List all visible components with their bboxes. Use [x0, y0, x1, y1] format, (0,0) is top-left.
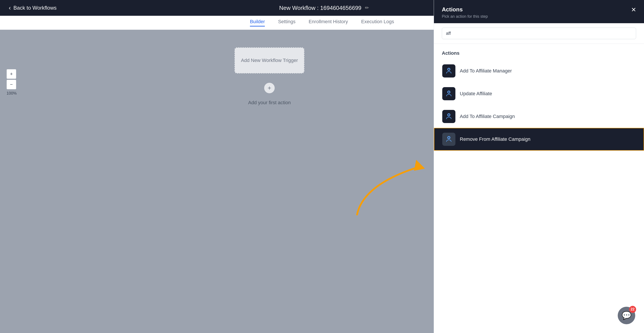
tab-builder[interactable]: Builder: [250, 19, 265, 26]
tab-enrollment-history[interactable]: Enrollment History: [309, 19, 348, 26]
chat-icon: 💬: [622, 311, 632, 320]
svg-point-2: [448, 91, 450, 93]
zoom-controls: + − 100%: [6, 69, 17, 96]
connector-line-top: [269, 73, 270, 82]
zoom-out-button[interactable]: −: [6, 80, 16, 89]
connector: +: [264, 73, 275, 98]
panel-search-area: [434, 23, 644, 44]
actions-search-input[interactable]: [442, 27, 636, 39]
affiliate-icon: [445, 67, 452, 74]
zoom-level: 100%: [6, 91, 17, 96]
trigger-box-label: Add New Workflow Trigger: [241, 57, 298, 64]
svg-point-4: [448, 137, 450, 139]
action-label: Add To Affiliate Manager: [460, 68, 512, 74]
panel-header-text: Actions Pick an action for this step: [442, 6, 488, 19]
svg-point-3: [448, 114, 450, 116]
affiliate-icon-highlighted: [445, 136, 452, 143]
actions-section-title: Actions: [434, 48, 644, 59]
panel-header: Actions Pick an action for this step ✕: [434, 0, 644, 23]
add-action-label: Add your first action: [248, 100, 291, 105]
back-label: Back to Workflows: [13, 5, 56, 11]
tab-settings[interactable]: Settings: [278, 19, 296, 26]
workflow-content: Add New Workflow Trigger + Add your firs…: [234, 47, 304, 105]
add-action-button[interactable]: +: [264, 82, 275, 94]
chevron-left-icon: ‹: [9, 4, 11, 11]
chat-badge-count: 22: [629, 306, 636, 313]
action-label: Add To Affiliate Campaign: [460, 114, 515, 119]
back-to-workflows-button[interactable]: ‹ Back to Workflows: [9, 4, 56, 11]
panel-body: Actions Add To Affiliate Manager: [434, 44, 644, 333]
action-item-add-to-affiliate-manager[interactable]: Add To Affiliate Manager: [434, 59, 644, 82]
panel-close-button[interactable]: ✕: [631, 6, 636, 13]
action-item-update-affiliate[interactable]: Update Affiliate: [434, 82, 644, 105]
workflow-title-area: New Workflow : 1694604656699 ✏: [279, 4, 369, 11]
action-icon-box: [442, 87, 456, 100]
action-icon-box: [442, 110, 456, 123]
zoom-in-button[interactable]: +: [6, 69, 16, 79]
affiliate-icon: [445, 90, 452, 97]
action-item-add-to-affiliate-campaign[interactable]: Add To Affiliate Campaign: [434, 105, 644, 128]
action-label-highlighted: Remove From Affiliate Campaign: [460, 136, 530, 142]
tab-execution-logs[interactable]: Execution Logs: [361, 19, 394, 26]
svg-point-1: [448, 68, 450, 70]
chat-widget-button[interactable]: 💬 22: [618, 307, 635, 324]
right-panel: Actions Pick an action for this step ✕ A…: [434, 0, 644, 333]
panel-title: Actions: [442, 6, 488, 13]
panel-subtitle: Pick an action for this step: [442, 14, 488, 19]
action-icon-box: [442, 64, 456, 77]
action-item-remove-from-affiliate-campaign[interactable]: Remove From Affiliate Campaign: [434, 128, 644, 151]
action-icon-box-highlighted: [442, 133, 456, 146]
edit-title-icon[interactable]: ✏: [365, 5, 369, 11]
connector-line-bottom: [269, 94, 270, 98]
action-label: Update Affiliate: [460, 91, 492, 96]
workflow-title: New Workflow : 1694604656699: [279, 4, 361, 11]
trigger-box[interactable]: Add New Workflow Trigger: [234, 47, 304, 73]
affiliate-icon: [445, 113, 452, 120]
